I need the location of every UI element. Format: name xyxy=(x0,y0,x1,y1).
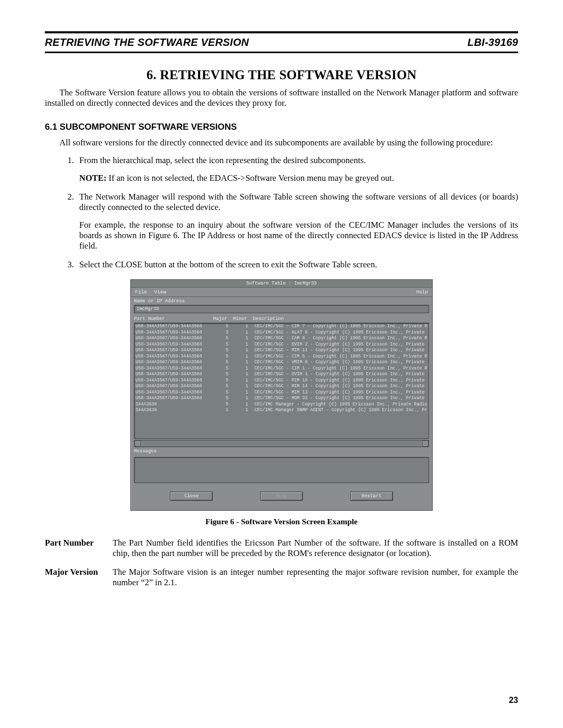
table-row[interactable]: U58-344A3567/U59-344A356831CEC/IMC/SGC -… xyxy=(134,330,429,336)
table-row[interactable]: U58-344A3567/U59-344A356851CEC/IMC/SGC -… xyxy=(134,336,429,342)
window-title: Software Table : ImcMgr33 xyxy=(131,280,432,288)
procedure-step-2: The Network Manager will respond with th… xyxy=(76,192,518,251)
cell-major: 5 xyxy=(215,324,235,330)
cell-minor: 1 xyxy=(235,324,254,330)
menu-help[interactable]: Help xyxy=(416,289,428,295)
cell-minor: 1 xyxy=(235,372,254,378)
table-row[interactable]: U58-344A3567/U59-344A356851CEC/IMC/SGC -… xyxy=(134,342,429,348)
cell-minor: 1 xyxy=(235,342,254,348)
step-2-text-a: The Network Manager will respond with th… xyxy=(79,192,518,212)
messages-label: Messages xyxy=(131,447,432,455)
def-part-number: Part Number The Part Number field identi… xyxy=(45,538,518,559)
gui-figure: Software Table : ImcMgr33 File View Help… xyxy=(45,279,518,511)
running-header: RETRIEVING THE SOFTWARE VERSION LBI-3916… xyxy=(45,34,518,52)
table-row[interactable]: U58-344A3567/U59-344A356851CEC/IMC/SGC -… xyxy=(134,366,429,372)
cell-description: CEC/IMC Manager SNMP AGENT - Copyright (… xyxy=(254,408,427,414)
scroll-right-icon[interactable] xyxy=(422,440,429,447)
cell-part-number: U58-344A3567/U59-344A3568 xyxy=(136,360,215,366)
col-part-number: Part Number xyxy=(134,316,213,322)
cell-minor: 1 xyxy=(235,384,254,390)
table-row[interactable]: U58-344A3567/U59-344A356851CEC/IMC/SGC -… xyxy=(134,396,429,402)
restart-button[interactable]: Restart xyxy=(350,491,393,501)
subsection-intro: All software versions for the directly c… xyxy=(45,138,518,148)
note-label: NOTE: xyxy=(79,173,106,183)
cell-minor: 1 xyxy=(235,330,254,336)
cell-description: CEC/IMC/SGC - DVIM 2 - Copyright (C) 199… xyxy=(254,342,427,348)
ip-address-input[interactable]: ImcMgr33 xyxy=(134,305,429,313)
stop-button[interactable]: Stop xyxy=(260,491,303,501)
cell-major: 5 xyxy=(215,336,235,342)
rule-under-header xyxy=(45,52,518,53)
cell-major: 5 xyxy=(215,342,235,348)
cell-major: 5 xyxy=(215,360,235,366)
def-term-part-number: Part Number xyxy=(45,538,113,559)
menu-file[interactable]: File xyxy=(135,289,147,295)
table-list[interactable]: U58-344A3567/U59-344A356851CEC/IMC/SGC -… xyxy=(134,323,429,439)
cell-minor: 1 xyxy=(235,354,254,360)
cell-part-number: 344A3630 xyxy=(136,408,215,414)
cell-minor: 1 xyxy=(235,390,254,396)
cell-description: CEC/IMC Manager - Copyright (C) 1995 Eri… xyxy=(254,402,427,408)
cell-description: CEC/IMC/SGC - XLAT 6 - Copyright (C) 199… xyxy=(254,330,427,336)
cell-description: CEC/IMC/SGC - PIM 16 - Copyright (C) 199… xyxy=(254,378,427,384)
cell-description: CEC/IMC/SGC - MIM 11 - Copyright (C) 199… xyxy=(254,348,427,354)
cell-part-number: U58-344A3567/U59-344A3568 xyxy=(136,378,215,384)
cell-minor: 1 xyxy=(235,336,254,342)
col-minor: Minor xyxy=(233,316,253,322)
horizontal-scrollbar[interactable] xyxy=(134,440,429,447)
table-row[interactable]: U58-344A3567/U59-344A356851CEC/IMC/SGC -… xyxy=(134,348,429,354)
close-button[interactable]: Close xyxy=(170,491,213,501)
cell-part-number: U58-344A3567/U59-344A3568 xyxy=(136,372,215,378)
procedure-step-1: From the hierarchical map, select the ic… xyxy=(76,155,518,183)
table-row[interactable]: U58-344A3567/U59-344A356851CEC/IMC/SGC -… xyxy=(134,372,429,378)
menu-view[interactable]: View xyxy=(154,289,166,295)
cell-part-number: U58-344A3567/U59-344A3568 xyxy=(136,366,215,372)
header-doc-id: LBI-39169 xyxy=(468,36,518,48)
cell-major: 5 xyxy=(215,396,235,402)
table-row[interactable]: U58-344A3567/U59-344A356851CEC/IMC/SGC -… xyxy=(134,384,429,390)
cell-part-number: U58-344A3567/U59-344A3568 xyxy=(136,330,215,336)
table-row[interactable]: U58-344A3567/U59-344A356851CEC/IMC/SGC -… xyxy=(134,390,429,396)
button-row: Close Stop Restart xyxy=(131,486,432,510)
step-2-text-b: For example, the response to an inquiry … xyxy=(79,220,518,251)
cell-minor: 1 xyxy=(235,378,254,384)
cell-part-number: 344A3630 xyxy=(136,402,215,408)
table-column-headers: Part Number Major Minor Description xyxy=(134,315,429,323)
cell-major: 3 xyxy=(215,330,235,336)
scroll-left-icon[interactable] xyxy=(134,440,141,447)
procedure-list: From the hierarchical map, select the ic… xyxy=(45,155,518,270)
definitions: Part Number The Part Number field identi… xyxy=(45,538,518,588)
messages-box[interactable] xyxy=(134,457,429,483)
section-heading: 6. RETRIEVING THE SOFTWARE VERSION xyxy=(45,68,518,82)
table-row[interactable]: U58-344A3567/U59-344A356851CEC/IMC/SGC -… xyxy=(134,360,429,366)
page: RETRIEVING THE SOFTWARE VERSION LBI-3916… xyxy=(0,0,563,728)
cell-major: 5 xyxy=(215,366,235,372)
cell-part-number: U58-344A3567/U59-344A3568 xyxy=(136,354,215,360)
cell-description: CEC/IMC/SGC - MIM 14 - Copyright (C) 199… xyxy=(254,384,427,390)
step-1-text: From the hierarchical map, select the ic… xyxy=(79,155,366,165)
table-row[interactable]: U58-344A3567/U59-344A356851CEC/IMC/SGC -… xyxy=(134,378,429,384)
cell-part-number: U58-344A3567/U59-344A3568 xyxy=(136,336,215,342)
procedure-step-3: Select the CLOSE button at the bottom of… xyxy=(76,260,518,270)
cell-description: CEC/IMC/SGC - MOM 33 - Copyright (C) 199… xyxy=(254,396,427,402)
cell-description: CEC/IMC/SGC - MIM 13 - Copyright (C) 199… xyxy=(254,390,427,396)
figure-caption: Figure 6 - Software Version Screen Examp… xyxy=(45,517,518,526)
software-table-window: Software Table : ImcMgr33 File View Help… xyxy=(130,279,433,511)
table-row[interactable]: 344A363051CEC/IMC Manager - Copyright (C… xyxy=(134,402,429,408)
cell-major: 5 xyxy=(215,354,235,360)
table-row[interactable]: U58-344A3567/U59-344A356851CEC/IMC/SGC -… xyxy=(134,354,429,360)
page-number: 23 xyxy=(509,696,518,705)
cell-description: CEC/IMC/SGC - VMIM 6 - Copyright (C) 199… xyxy=(254,360,427,366)
cell-major: 5 xyxy=(215,384,235,390)
table-row[interactable]: U58-344A3567/U59-344A356851CEC/IMC/SGC -… xyxy=(134,324,429,330)
cell-major: 5 xyxy=(215,390,235,396)
step-1-note: NOTE: If an icon is not selected, the ED… xyxy=(79,173,518,183)
cell-description: CEC/IMC/SGC - CIM 1 - Copyright (C) 1995… xyxy=(254,366,427,372)
table-row[interactable]: 344A363011CEC/IMC Manager SNMP AGENT - C… xyxy=(134,408,429,414)
cell-part-number: U58-344A3567/U59-344A3568 xyxy=(136,324,215,330)
cell-description: CEC/IMC/SGC - CIM 5 - Copyright (C) 1995… xyxy=(254,354,427,360)
cell-major: 1 xyxy=(215,408,235,414)
cell-major: 5 xyxy=(215,372,235,378)
cell-minor: 1 xyxy=(235,360,254,366)
cell-description: CEC/IMC/SGC - CIM 7 - Copyright (C) 1995… xyxy=(254,324,427,330)
